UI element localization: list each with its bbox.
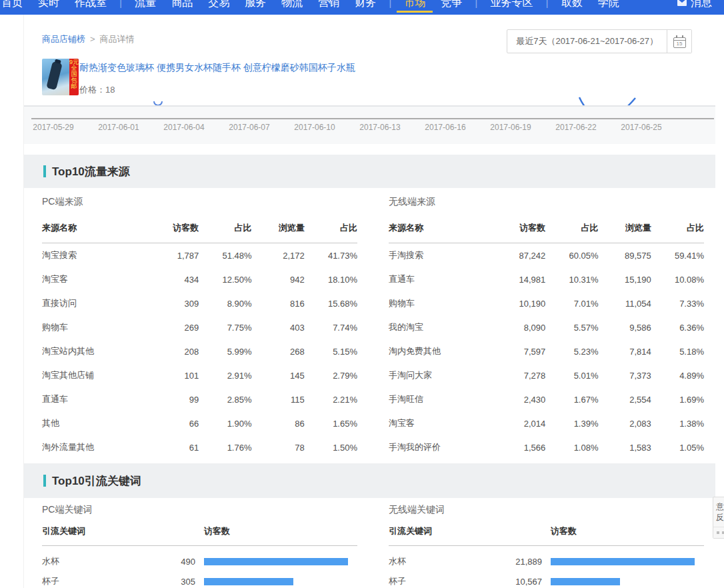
x-axis-date-label: 2017-06-16: [413, 123, 478, 132]
traffic-source-row: 直通车 14,981 10.31% 15,190 10.08%: [389, 267, 704, 291]
table-header-row: 来源名称 访客数 占比 浏览量 占比: [42, 217, 357, 243]
panel-subtitle: 无线端关键词: [389, 504, 704, 516]
feedback-label: 意见反馈: [713, 497, 724, 527]
traffic-source-row: 手淘旺信 2,430 1.67% 2,554 1.69%: [389, 387, 704, 411]
wireless-traffic-table: 来源名称 访客数 占比 浏览量 占比 手淘搜索 87,242 60.05% 89…: [389, 217, 704, 483]
wireless-traffic-panel: 无线端来源 来源名称 访客数 占比 浏览量 占比 手淘搜索 87,242 60.…: [389, 196, 704, 483]
x-axis-date-label: 2017-06-04: [151, 123, 217, 132]
pc-traffic-panel: PC端来源 来源名称 访客数 占比 浏览量 占比 淘宝搜索 1,787 51.4…: [42, 196, 357, 483]
feedback-icon: [713, 527, 724, 538]
date-range-label: 最近7天（2017-06-21~2017-06-27）: [507, 30, 667, 53]
x-axis-date-label: 2017-06-10: [282, 123, 347, 132]
nav-item-service[interactable]: 服务: [245, 0, 266, 13]
keyword-row: 杯子 10,567: [389, 571, 704, 588]
nav-item-marketing[interactable]: 营销: [318, 0, 339, 13]
traffic-source-row: 淘宝搜索 1,787 51.48% 2,172 41.73%: [42, 243, 357, 268]
keyword-row: 杯子 305: [42, 571, 357, 588]
main-content: 商品店铺榜>商品详情 最近7天（2017-06-21~2017-06-27） 1…: [23, 15, 715, 588]
product-price: 价格：18: [79, 84, 115, 96]
nav-item-market-active[interactable]: 市场: [404, 0, 425, 13]
traffic-source-row: 购物车 10,190 7.01% 11,054 7.33%: [389, 291, 704, 315]
nav-divider: |: [119, 0, 122, 13]
traffic-source-row: 淘内免费其他 7,597 5.23% 7,814 5.18%: [389, 339, 704, 363]
calendar-icon: 15: [673, 37, 686, 48]
breadcrumb-current: 商品详情: [100, 34, 135, 44]
panel-subtitle: PC端来源: [42, 196, 357, 208]
traffic-source-row: 我的淘宝 8,090 5.57% 9,586 6.36%: [389, 315, 704, 339]
breadcrumb-separator: >: [90, 34, 95, 44]
x-axis-date-label: 2017-06-13: [347, 123, 413, 132]
chart-axis-band: 2017-05-292017-06-012017-06-042017-06-07…: [24, 105, 715, 144]
nav-item-academy[interactable]: 学院: [598, 0, 619, 13]
traffic-source-row: 直接访问 309 8.90% 816 15.68%: [42, 291, 357, 315]
x-axis-date-label: 2017-06-07: [217, 123, 282, 132]
x-axis-date-label: 2017-05-29: [21, 123, 86, 132]
keyword-table-header: 引流关键词 访客数: [389, 525, 704, 546]
panel-subtitle: 无线端来源: [389, 196, 704, 208]
nav-item-home[interactable]: 首页: [1, 0, 23, 13]
envelope-icon: [677, 0, 687, 6]
keyword-section-header: Top10引流关键词: [24, 463, 715, 498]
pc-traffic-table: 来源名称 访客数 占比 浏览量 占比 淘宝搜索 1,787 51.48% 2,1…: [42, 217, 357, 483]
keyword-rows: 水杯 21,889 杯子 10,567: [389, 551, 704, 588]
top-navbar: 首页实时作战室|流量商品交易服务物流营销财务|市场竞争|业务专区|取数学院 消息: [0, 0, 724, 15]
keyword-bar: [551, 578, 620, 585]
nav-item-realtime[interactable]: 实时: [38, 0, 59, 13]
nav-item-trade[interactable]: 交易: [208, 0, 229, 13]
date-range-picker[interactable]: 最近7天（2017-06-21~2017-06-27） 15: [507, 29, 692, 53]
x-axis-date-label: 2017-06-22: [543, 123, 609, 132]
traffic-source-row: 淘宝站内其他 208 5.99% 268 5.15%: [42, 339, 357, 363]
x-axis-date-label: 2017-06-25: [609, 123, 674, 132]
keyword-bar: [551, 558, 695, 565]
messages-label: 消息: [691, 0, 712, 13]
traffic-source-row: 淘宝客 434 12.50% 942 18.10%: [42, 267, 357, 291]
wireless-keywords-panel: 无线端关键词 引流关键词 访客数 水杯 21,889 杯子 10,567: [389, 504, 704, 588]
x-axis-labels: 2017-05-292017-06-012017-06-042017-06-07…: [21, 123, 674, 132]
section-accent-bar: [43, 165, 46, 177]
section-title: Top10流量来源: [52, 164, 130, 179]
bottle-image-shape: [46, 61, 62, 90]
keyword-rows: 水杯 490 杯子 305: [42, 551, 357, 588]
keyword-row: 水杯 490: [42, 551, 357, 571]
nav-item-war-room[interactable]: 作战室: [75, 0, 107, 13]
nav-divider: |: [389, 0, 391, 13]
keyword-table-header: 引流关键词 访客数: [42, 525, 357, 546]
traffic-source-row: 手淘问大家 7,278 5.01% 7,373 4.89%: [389, 363, 704, 387]
section-accent-bar: [43, 475, 46, 487]
feedback-tab[interactable]: 意见反馈: [713, 497, 724, 539]
traffic-section-header: Top10流量来源: [24, 155, 715, 188]
product-title-link[interactable]: 耐热渐变色玻璃杯 便携男女水杯随手杯 创意柠檬磨砂韩国杯子水瓶: [79, 62, 355, 74]
traffic-source-row: 淘宝其他店铺 101 2.91% 145 2.79%: [42, 363, 357, 387]
nav-item-competition[interactable]: 竞争: [441, 0, 462, 13]
pc-keywords-panel: PC端关键词 引流关键词 访客数 水杯 490 杯子 305: [42, 504, 357, 588]
nav-item-business-zone[interactable]: 业务专区: [490, 0, 533, 13]
traffic-source-row: 其他 66 1.90% 86 1.65%: [42, 411, 357, 435]
traffic-source-row: 直通车 99 2.85% 115 2.21%: [42, 387, 357, 411]
nav-item-finance[interactable]: 财务: [355, 0, 376, 13]
traffic-source-row: 淘外流量其他 61 1.76% 78 1.50%: [42, 435, 357, 459]
product-badge: 9元全国包邮: [69, 59, 79, 95]
section-title: Top10引流关键词: [52, 473, 141, 489]
panel-subtitle: PC端关键词: [42, 504, 357, 516]
nav-item-items[interactable]: 商品: [171, 0, 193, 13]
nav-divider: |: [545, 0, 548, 13]
traffic-source-row: 淘宝客 2,014 1.39% 2,083 1.38%: [389, 411, 704, 435]
keyword-bar: [204, 558, 348, 565]
nav-item-messages[interactable]: 消息: [677, 0, 724, 13]
x-axis-date-label: 2017-06-01: [86, 123, 151, 132]
traffic-source-row: 手淘搜索 87,242 60.05% 89,575 59.41%: [389, 243, 704, 268]
nav-item-logistics[interactable]: 物流: [281, 0, 303, 13]
table-header-row: 来源名称 访客数 占比 浏览量 占比: [389, 217, 704, 243]
keyword-row: 水杯 21,889: [389, 551, 704, 571]
traffic-source-row: 购物车 269 7.75% 403 7.74%: [42, 315, 357, 339]
calendar-button[interactable]: 15: [667, 30, 691, 53]
product-thumbnail[interactable]: 9元全国包邮: [42, 59, 79, 95]
traffic-source-row: 手淘我的评价 1,566 1.08% 1,583 1.05%: [389, 435, 704, 459]
x-axis-date-label: 2017-06-19: [478, 123, 543, 132]
keyword-bar: [204, 578, 293, 585]
nav-item-data-extract[interactable]: 取数: [561, 0, 583, 13]
breadcrumb-link-rank[interactable]: 商品店铺榜: [42, 34, 85, 44]
nav-items: 首页实时作战室|流量商品交易服务物流营销财务|市场竞争|业务专区|取数学院: [0, 0, 724, 13]
x-axis-line: [31, 118, 714, 119]
nav-item-traffic[interactable]: 流量: [135, 0, 156, 13]
